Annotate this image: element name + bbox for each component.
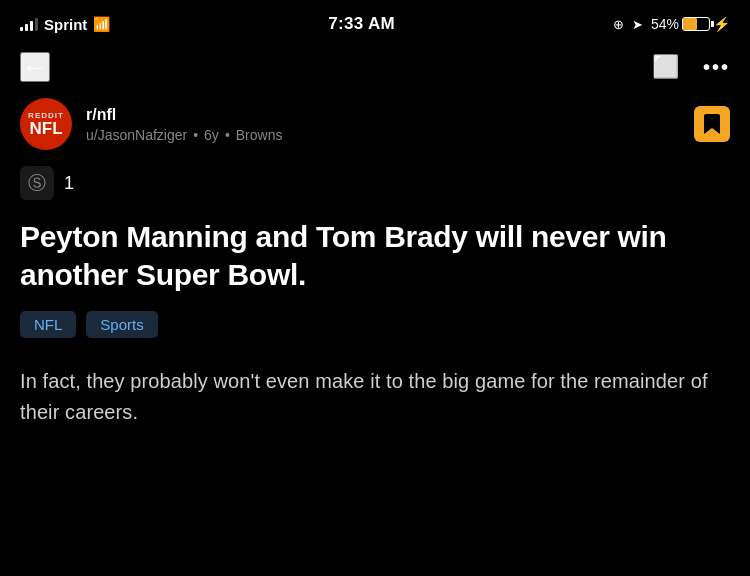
username[interactable]: u/JasonNafziger (86, 127, 187, 143)
signal-icon (20, 17, 38, 31)
post-body: In fact, they probably won't even make i… (20, 366, 730, 428)
award-row: Ⓢ 1 (20, 166, 730, 200)
save-icon (704, 114, 720, 134)
status-right: ⊕ ➤ 54% ⚡ (613, 16, 730, 32)
award-count: 1 (64, 173, 74, 194)
time-display: 7:33 AM (328, 14, 395, 34)
status-left: Sprint 📶 (20, 16, 110, 33)
save-post-button[interactable] (694, 106, 730, 142)
separator: • (193, 127, 198, 143)
user-flair: Browns (236, 127, 283, 143)
nav-right: ⬜ ••• (652, 54, 730, 80)
carrier-label: Sprint (44, 16, 87, 33)
separator2: • (225, 127, 230, 143)
battery-container: 54% ⚡ (651, 16, 730, 32)
post-age: 6y (204, 127, 219, 143)
bookmark-icon[interactable]: ⬜ (652, 54, 679, 80)
subreddit-name[interactable]: r/nfl (86, 106, 282, 124)
award-badge: Ⓢ (20, 166, 54, 200)
post-header-left: REDDIT NFL r/nfl u/JasonNafziger • 6y • … (20, 98, 282, 150)
back-button[interactable]: ← (20, 52, 50, 82)
tag-nfl[interactable]: NFL (20, 311, 76, 338)
status-bar: Sprint 📶 7:33 AM ⊕ ➤ 54% ⚡ (0, 0, 750, 44)
post-container: REDDIT NFL r/nfl u/JasonNafziger • 6y • … (0, 94, 750, 448)
post-info: u/JasonNafziger • 6y • Browns (86, 127, 282, 143)
post-title: Peyton Manning and Tom Brady will never … (20, 218, 730, 293)
battery-percent: 54% (651, 16, 679, 32)
nav-bar: ← ⬜ ••• (0, 44, 750, 94)
navigation-icon: ➤ (632, 17, 643, 32)
tag-sports[interactable]: Sports (86, 311, 157, 338)
location-icon: ⊕ (613, 17, 624, 32)
lightning-icon: ⚡ (713, 16, 730, 32)
more-options-icon[interactable]: ••• (703, 56, 730, 79)
battery-fill (683, 18, 697, 30)
post-meta: r/nfl u/JasonNafziger • 6y • Browns (86, 106, 282, 143)
subreddit-avatar[interactable]: REDDIT NFL (20, 98, 72, 150)
battery-icon (682, 17, 710, 31)
wifi-icon: 📶 (93, 16, 110, 32)
award-icon: Ⓢ (28, 171, 46, 195)
post-header: REDDIT NFL r/nfl u/JasonNafziger • 6y • … (20, 98, 730, 150)
tags-row: NFL Sports (20, 311, 730, 338)
avatar-nfl-label: NFL (29, 120, 62, 137)
